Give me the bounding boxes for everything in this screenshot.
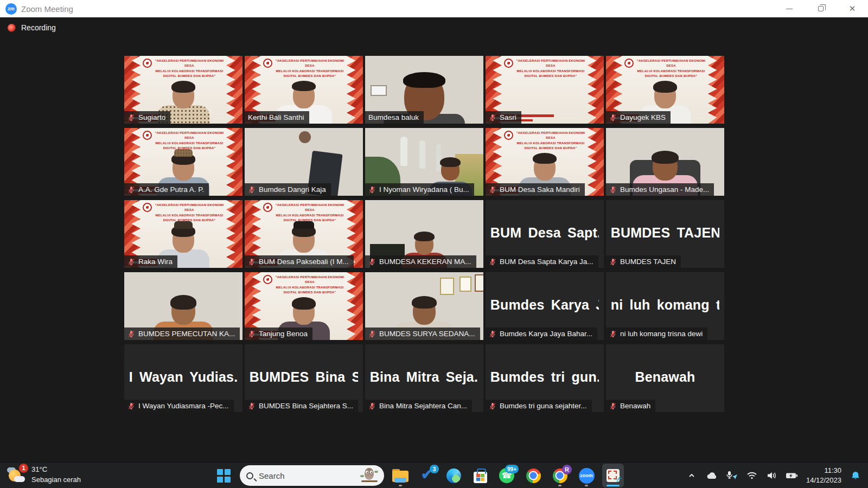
weather-widget[interactable]: 1 31°C Sebagian cerah	[8, 465, 81, 485]
snipping-tool-icon	[607, 469, 620, 482]
participant-name-label: Sugiarto	[124, 111, 170, 124]
participant-big-name: ni luh komang t...	[611, 297, 720, 313]
zoom-app-icon: zm	[5, 3, 17, 15]
participant-name-label: BUMDESA KEKERAN MA...	[365, 255, 476, 268]
video-grid: "AKSELERASI PERTUMBUHAN EKONOMI DESAMELA…	[124, 56, 726, 412]
microsoft-store-icon	[474, 472, 487, 483]
participant-tile[interactable]: "AKSELERASI PERTUMBUHAN EKONOMI DESAMELA…	[486, 56, 604, 124]
participant-name-label: BUMDES Bina Sejahtera S...	[245, 400, 358, 412]
participant-tile[interactable]: I Wayan Yudias...I Wayan Yudiasmara -Pec…	[124, 344, 242, 412]
start-button[interactable]	[213, 464, 234, 487]
participant-tile[interactable]: "AKSELERASI PERTUMBUHAN EKONOMI DESAMELA…	[124, 128, 242, 196]
system-tray: 11:30 14/12/2023	[684, 463, 864, 488]
participant-tile[interactable]: ni luh komang t...ni luh komang trisna d…	[606, 272, 724, 340]
chrome-icon	[526, 468, 541, 483]
restore-icon	[818, 6, 824, 11]
tray-time: 11:30	[806, 466, 841, 476]
file-explorer-icon	[392, 469, 409, 482]
participant-name-label: Benawah	[606, 400, 655, 412]
participant-tile[interactable]: BenawahBenawah	[606, 344, 724, 412]
recording-dot-icon	[8, 24, 16, 32]
participant-name-label: Bina Mitra Sejahtera Can...	[365, 400, 472, 412]
restore-button[interactable]	[805, 0, 837, 17]
taskbar-app-todo-check[interactable]: ✔3	[416, 464, 438, 487]
participant-tile[interactable]: BUM Desa Sapt...BUM Desa Sapta Karya Ja.…	[486, 200, 604, 268]
participant-tile[interactable]: "AKSELERASI PERTUMBUHAN EKONOMI DESAMELA…	[486, 128, 604, 196]
muted-mic-icon	[609, 258, 617, 266]
volume-icon[interactable]	[764, 465, 780, 486]
notification-bell-icon[interactable]	[847, 465, 864, 486]
tray-clock[interactable]: 11:30 14/12/2023	[806, 466, 841, 485]
participant-tile[interactable]: "AKSELERASI PERTUMBUHAN EKONOMI DESAMELA…	[245, 200, 363, 268]
participant-name-label: BUM Desa Saka Mandiri	[486, 183, 585, 196]
search-label: Search	[259, 471, 356, 480]
participant-tile[interactable]: "AKSELERASI PERTUMBUHAN EKONOMI DESAMELA…	[245, 272, 363, 340]
running-indicator	[399, 485, 402, 486]
participant-tile[interactable]: BUMDESA KEKERAN MA...	[365, 200, 483, 268]
taskbar-app-whatsapp[interactable]: ☎99+	[496, 464, 518, 487]
participant-name-label: Kerthi Bali Santhi	[245, 111, 309, 124]
participant-tile[interactable]: Bumdes Dangri Kaja	[245, 128, 363, 196]
muted-mic-icon	[127, 114, 135, 121]
muted-mic-icon	[248, 186, 256, 194]
participant-tile[interactable]: "AKSELERASI PERTUMBUHAN EKONOMI DESAMELA…	[124, 56, 242, 124]
taskbar-app-snipping-tool[interactable]	[602, 464, 624, 487]
running-indicator	[558, 485, 561, 486]
taskbar-app-zoom-app[interactable]: zoom	[576, 464, 597, 487]
participant-tile[interactable]: I Nyoman Wiryadana ( Bu...	[365, 128, 483, 196]
taskbar-search[interactable]: Search	[240, 465, 384, 486]
participant-big-name: Benawah	[611, 369, 720, 385]
participant-tile[interactable]: "AKSELERASI PERTUMBUHAN EKONOMI DESAMELA…	[606, 56, 724, 124]
microphone-location-icon[interactable]	[724, 465, 740, 486]
participant-tile[interactable]: "AKSELERASI PERTUMBUHAN EKONOMI DESAMELA…	[245, 56, 363, 124]
taskbar-app-edge[interactable]	[443, 464, 464, 487]
participant-name-label: Bumdes Karya Jaya Bahar...	[486, 328, 597, 340]
participant-tile[interactable]: BUMDES TAJENBUMDES TAJEN	[606, 200, 724, 268]
muted-mic-icon	[368, 402, 376, 410]
taskbar-app-chrome-profile[interactable]: R	[549, 464, 571, 487]
participant-tile[interactable]: BUMDES Bina S...BUMDES Bina Sejahtera S.…	[245, 344, 363, 412]
participant-tile[interactable]: Bumdes tri gun...Bumdes tri guna sejahte…	[486, 344, 604, 412]
participant-tile[interactable]: Bumdes Karya J...Bumdes Karya Jaya Bahar…	[486, 272, 604, 340]
wifi-icon[interactable]	[744, 465, 760, 486]
muted-mic-icon	[489, 186, 496, 194]
taskbar-app-chrome[interactable]	[522, 464, 544, 487]
muted-mic-icon	[609, 114, 617, 121]
participant-big-name: I Wayan Yudias...	[129, 369, 238, 385]
muted-mic-icon	[248, 258, 256, 266]
zoom-meeting-window: zm Zoom Meeting ✕ Recording "AKSELERASI …	[0, 0, 868, 488]
participant-tile[interactable]: Bumdes Ungasan - Made...	[606, 128, 724, 196]
tray-chevron-up-icon[interactable]	[684, 465, 700, 486]
participant-name-label: Bumdes Ungasan - Made...	[606, 183, 714, 196]
muted-mic-icon	[127, 258, 135, 266]
participant-name-label: A.A. Gde Putra A. P.	[124, 183, 209, 196]
participant-name-label: BUMDES PEMECUTAN KA...	[124, 328, 240, 340]
battery-charging-icon[interactable]	[784, 465, 800, 486]
weather-badge: 1	[19, 464, 28, 473]
taskbar-app-store[interactable]	[469, 464, 491, 487]
onedrive-cloud-icon[interactable]	[704, 465, 720, 486]
weather-temp: 31°C	[31, 465, 81, 475]
edge-browser-icon	[446, 468, 461, 483]
muted-mic-icon	[609, 186, 617, 194]
participant-tile[interactable]: Bumdesa baluk	[365, 56, 483, 124]
active-app-indicator	[607, 485, 620, 486]
participant-tile[interactable]: Bina Mitra Seja...Bina Mitra Sejahtera C…	[365, 344, 483, 412]
muted-mic-icon	[368, 330, 376, 338]
muted-mic-icon	[489, 114, 496, 121]
participant-name-label: Dayugek KBS	[606, 111, 671, 124]
participant-tile[interactable]: BUMDES PEMECUTAN KA...	[124, 272, 242, 340]
participant-tile[interactable]: BUMDES SURYA SEDANA...	[365, 272, 483, 340]
search-icon	[246, 472, 253, 479]
zoom-taskbar-icon: zoom	[579, 468, 595, 484]
close-button[interactable]: ✕	[837, 0, 868, 17]
minimize-button[interactable]	[774, 0, 805, 17]
event-logo-icon	[504, 59, 513, 68]
taskbar-app-file-explorer[interactable]	[390, 464, 411, 487]
participant-tile[interactable]: "AKSELERASI PERTUMBUHAN EKONOMI DESAMELA…	[124, 200, 242, 268]
participant-big-name: Bumdes tri gun...	[490, 369, 599, 385]
participant-name-label: BUM Desa Paksebali (I M...	[245, 255, 354, 268]
muted-mic-icon	[127, 186, 135, 194]
recording-label: Recording	[21, 23, 56, 32]
windows-logo-icon	[217, 469, 231, 483]
